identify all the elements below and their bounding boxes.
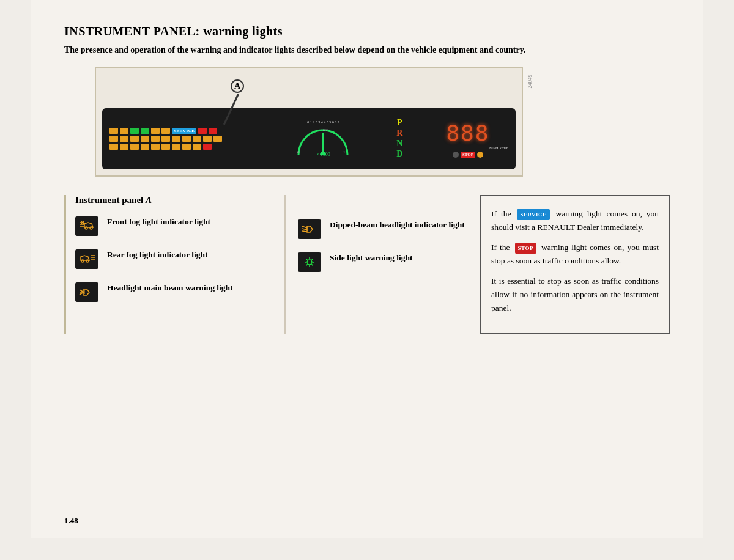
page-title: INSTRUMENT PANEL: warning lights [64,24,670,39]
warning-item-front-fog: Front fog light indicator light [75,216,272,236]
front-fog-label: Front fog light indicator light [107,216,210,228]
svg-point-7 [85,227,87,229]
content-area: Instrument panel A [64,195,670,334]
warning-item-side: Side light warning light [298,252,468,272]
svg-line-21 [302,229,307,230]
svg-line-32 [306,264,308,265]
stop-badge: STOP [515,243,536,254]
rear-fog-label: Rear fog light indicator light [107,249,208,261]
mid-column: Dipped-beam headlight indicator light [284,195,468,334]
service-badge: SERVICE [517,209,549,220]
headlight-main-label: Headlight main beam warning light [107,282,233,294]
page-subtitle: The presence and operation of the warnin… [64,43,670,56]
svg-text:1000: 1000 [321,128,328,132]
svg-text:1: 1 [343,150,346,155]
svg-line-29 [306,259,308,260]
headlight-main-icon [75,282,98,302]
panel-number: 24049 [527,75,533,89]
service-paragraph: If the SERVICE warning light comes on, y… [491,207,659,234]
page-number: 1.48 [64,516,78,526]
page: INSTRUMENT PANEL: warning lights The pre… [31,0,703,538]
panel-speedometer: 0 1 2 3 3 4 4 5 5 6 6 7 0 1 1000 × 1000 [275,120,372,157]
rear-fog-icon [75,249,98,269]
svg-point-0 [320,152,326,155]
service-prefix: If the [491,209,511,218]
svg-point-12 [86,260,89,262]
front-fog-icon [75,216,98,236]
panel-image-container: 24049 A SERVICE [95,67,523,177]
svg-point-24 [307,260,312,265]
dipped-beam-label: Dipped-beam headlight indicator light [330,219,465,231]
svg-text:0: 0 [297,150,300,155]
panel-gear: P R N D [376,118,424,159]
panel-display: 888 MPH km/h STOP [428,120,508,158]
svg-point-8 [90,227,92,229]
right-column: If the SERVICE warning light comes on, y… [480,195,670,334]
side-light-label: Side light warning light [330,252,412,264]
dipped-beam-icon [298,219,321,239]
stop-paragraph: If the STOP warning light comes on, you … [491,241,659,267]
stop-prefix: If the [491,243,510,252]
svg-line-22 [302,231,307,232]
svg-line-20 [302,226,307,228]
service-suffix: warning light comes on, you should visit… [491,209,659,232]
panel-icons-left: SERVICE [109,128,271,150]
instrument-panel: SERVICE [102,108,516,169]
panel-label-circle: A [231,79,244,93]
column-title: Instrument panel A [75,195,272,205]
svg-point-11 [81,260,84,262]
svg-line-31 [311,259,313,260]
warning-item-headlight: Headlight main beam warning light [75,282,272,302]
essential-paragraph: It is essential to stop as soon as traff… [491,274,659,314]
warning-item-rear-fog: Rear fog light indicator light [75,249,272,269]
side-light-icon [298,252,321,272]
left-column: Instrument panel A [64,195,272,334]
warning-item-dipped: Dipped-beam headlight indicator light [298,219,468,239]
svg-line-30 [311,264,313,265]
